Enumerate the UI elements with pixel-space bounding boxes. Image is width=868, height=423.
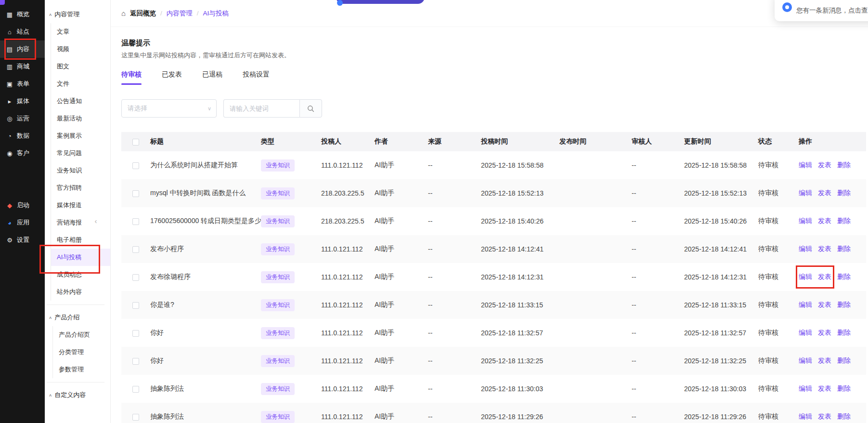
action-发表[interactable]: 发表 <box>818 217 831 225</box>
action-删除[interactable]: 删除 <box>837 357 851 364</box>
sidebar-item-概览[interactable]: ▦ 概览 <box>0 6 45 23</box>
menu-item-AI与投稿[interactable]: AI与投稿 <box>51 249 110 266</box>
menu-item-分类管理[interactable]: 分类管理 <box>53 344 104 361</box>
row-checkbox[interactable] <box>132 358 139 365</box>
row-checkbox[interactable] <box>132 246 139 253</box>
menu-item-文章[interactable]: 文章 <box>51 23 110 40</box>
action-发表[interactable]: 发表 <box>818 357 831 364</box>
action-发表[interactable]: 发表 <box>818 329 831 336</box>
menu-item-产品介绍页[interactable]: 产品介绍页 <box>53 326 104 344</box>
action-删除[interactable]: 删除 <box>837 217 851 225</box>
menu-item-站外内容[interactable]: 站外内容 <box>51 283 110 301</box>
sidebar-item-设置[interactable]: ⚙ 设置 <box>0 231 45 249</box>
action-编辑[interactable]: 编辑 <box>799 161 812 169</box>
action-删除[interactable]: 删除 <box>837 245 851 252</box>
tab-已退稿[interactable]: 已退稿 <box>202 70 222 85</box>
breadcrumb-link-current[interactable]: AI与投稿 <box>203 9 229 18</box>
row-submit-time: 2025-12-18 11:32:57 <box>481 319 559 347</box>
floating-toolbar-pill[interactable] <box>336 0 425 4</box>
action-发表[interactable]: 发表 <box>818 189 831 197</box>
action-发表[interactable]: 发表 <box>818 245 831 252</box>
menu-item-最新活动[interactable]: 最新活动 <box>51 110 110 127</box>
row-checkbox[interactable] <box>132 274 139 281</box>
action-编辑[interactable]: 编辑 <box>799 412 812 420</box>
action-编辑[interactable]: 编辑 <box>799 273 812 280</box>
row-status-badge: 待审核 <box>758 375 799 403</box>
menu-item-图文[interactable]: 图文 <box>51 58 110 75</box>
type-select[interactable]: 请选择 ∨ <box>121 99 217 118</box>
sidebar-item-启动[interactable]: ◆ 启动 <box>0 197 45 214</box>
select-all-checkbox[interactable] <box>132 139 139 145</box>
row-submitter: 111.0.121.112 <box>321 235 375 263</box>
action-删除[interactable]: 删除 <box>837 189 851 197</box>
collapse-caret-icon: ∧ <box>49 13 52 17</box>
column-header-投稿人: 投稿人 <box>321 132 375 151</box>
row-checkbox[interactable] <box>132 190 139 197</box>
row-title: 你好 <box>150 347 261 375</box>
notification-toast[interactable]: 您有一条新消息，点击查看 <box>775 0 868 21</box>
action-编辑[interactable]: 编辑 <box>799 357 812 364</box>
sidebar-item-站点[interactable]: ⌂ 站点 <box>0 23 45 40</box>
section-自定义内容[interactable]: ∧ 自定义内容 <box>47 386 104 404</box>
section-内容管理[interactable]: ∧ 内容管理 <box>45 6 110 23</box>
search-icon <box>307 105 314 112</box>
floating-toolbar-dot-icon <box>337 0 343 6</box>
action-删除[interactable]: 删除 <box>837 301 851 308</box>
sidebar-item-客户[interactable]: ◉ 客户 <box>0 145 45 162</box>
sidebar-item-内容[interactable]: ▤ 内容 <box>0 40 45 58</box>
action-删除[interactable]: 删除 <box>837 273 851 280</box>
search-input[interactable] <box>223 99 299 118</box>
menu-item-业务知识[interactable]: 业务知识 <box>51 162 110 179</box>
action-发表[interactable]: 发表 <box>818 273 831 280</box>
section-产品介绍[interactable]: ∧ 产品介绍 <box>47 309 104 326</box>
menu-item-常见问题[interactable]: 常见问题 <box>51 145 110 162</box>
menu-item-案例展示[interactable]: 案例展示 <box>51 127 110 145</box>
row-checkbox[interactable] <box>132 414 139 421</box>
menu-item-媒体报道[interactable]: 媒体报道 <box>51 197 110 214</box>
action-删除[interactable]: 删除 <box>837 384 851 392</box>
sidebar-item-媒体[interactable]: ▸ 媒体 <box>0 93 45 110</box>
main-area: ⌂ 返回概览 / 内容管理 / AI与投稿 温馨提示 这里集中显示网站投稿内容，… <box>111 0 868 423</box>
action-编辑[interactable]: 编辑 <box>799 217 812 225</box>
action-编辑[interactable]: 编辑 <box>799 329 812 336</box>
row-checkbox[interactable] <box>132 330 139 337</box>
sidebar-item-表单[interactable]: ▣ 表单 <box>0 75 45 93</box>
sidebar-item-应用[interactable]: ◕ 应用 <box>0 214 45 231</box>
sidebar-collapse-button[interactable]: ‹ <box>92 211 100 230</box>
row-submit-time: 2025-12-18 11:30:03 <box>481 375 559 403</box>
menu-item-营销海报[interactable]: 营销海报 <box>51 214 110 231</box>
menu-item-成员动态[interactable]: 成员动态 <box>51 266 110 283</box>
action-编辑[interactable]: 编辑 <box>799 245 812 252</box>
menu-item-公告通知[interactable]: 公告通知 <box>51 93 110 110</box>
menu-item-视频[interactable]: 视频 <box>51 40 110 58</box>
action-发表[interactable]: 发表 <box>818 412 831 420</box>
action-删除[interactable]: 删除 <box>837 161 851 169</box>
tab-投稿设置[interactable]: 投稿设置 <box>243 70 270 85</box>
sidebar-item-数据[interactable]: ◔ 数据 <box>0 127 45 145</box>
action-编辑[interactable]: 编辑 <box>799 301 812 308</box>
menu-item-电子相册[interactable]: 电子相册 <box>51 231 110 249</box>
action-编辑[interactable]: 编辑 <box>799 384 812 392</box>
action-发表[interactable]: 发表 <box>818 384 831 392</box>
tab-已发表[interactable]: 已发表 <box>162 70 182 85</box>
menu-item-官方招聘[interactable]: 官方招聘 <box>51 179 110 197</box>
row-checkbox[interactable] <box>132 386 139 393</box>
tab-待审核[interactable]: 待审核 <box>121 70 142 85</box>
action-删除[interactable]: 删除 <box>837 329 851 336</box>
row-type-badge: 业务知识 <box>261 215 295 227</box>
breadcrumb-root[interactable]: 返回概览 <box>130 9 156 18</box>
menu-item-参数管理[interactable]: 参数管理 <box>53 361 104 378</box>
row-checkbox[interactable] <box>132 162 139 169</box>
breadcrumb-link-content[interactable]: 内容管理 <box>167 9 193 18</box>
search-button[interactable] <box>299 99 322 118</box>
sidebar-item-商城[interactable]: ▥ 商城 <box>0 58 45 75</box>
row-checkbox[interactable] <box>132 218 139 225</box>
row-checkbox[interactable] <box>132 302 139 309</box>
action-发表[interactable]: 发表 <box>818 301 831 308</box>
menu-item-文件[interactable]: 文件 <box>51 75 110 93</box>
sidebar-item-运营[interactable]: ◎ 运营 <box>0 110 45 127</box>
action-发表[interactable]: 发表 <box>818 161 831 169</box>
action-删除[interactable]: 删除 <box>837 412 851 420</box>
action-编辑[interactable]: 编辑 <box>799 189 812 197</box>
page-content: 温馨提示 这里集中显示网站投稿内容，需审核通过后方可在网站发表。 待审核 已发表… <box>111 27 868 423</box>
